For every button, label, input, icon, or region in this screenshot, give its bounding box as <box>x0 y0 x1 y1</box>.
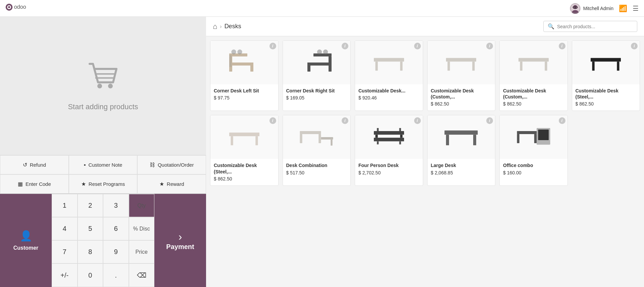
numpad-key-Qty[interactable]: Qty <box>129 194 155 217</box>
cart-icon <box>86 60 120 97</box>
product-details: Office combo$ 160.00 <box>500 159 567 179</box>
product-info-icon[interactable]: i <box>414 117 421 124</box>
product-info-icon[interactable]: i <box>559 117 565 124</box>
reward-button[interactable]: ★ Reward <box>137 174 206 194</box>
refund-button[interactable]: ↺ Refund <box>0 155 69 174</box>
numpad-key-Price[interactable]: Price <box>129 240 155 263</box>
product-name: Large Desk <box>431 162 492 168</box>
product-card[interactable]: iCustomizable Desk (Custom,...$ 862.50 <box>499 40 568 111</box>
product-name: Customizable Desk (Steel,... <box>214 162 275 174</box>
customer-note-button[interactable]: ▪ Customer Note <box>69 155 138 174</box>
svg-rect-24 <box>313 53 332 56</box>
numpad-key----[interactable]: +/- <box>52 263 78 287</box>
product-card[interactable]: iFour Person Desk$ 2,702.50 <box>355 115 423 186</box>
numpad-key-2[interactable]: 2 <box>78 194 103 217</box>
product-price: $ 2,702.50 <box>358 170 419 175</box>
product-card[interactable]: iCustomizable Desk (Steel,...$ 862.50 <box>572 40 640 111</box>
customer-note-icon: ▪ <box>84 162 86 168</box>
product-card[interactable]: iCorner Desk Left Sit$ 97.75 <box>210 40 279 111</box>
product-name: Corner Desk Right Sit <box>286 88 347 94</box>
product-info-icon[interactable]: i <box>342 43 348 49</box>
breadcrumb-current: Desks <box>225 23 241 30</box>
product-image-wrap: i <box>283 41 351 84</box>
product-card[interactable]: iCustomizable Desk (Steel,...$ 862.50 <box>210 115 279 186</box>
reset-programs-button[interactable]: ★ Reset Programs <box>69 174 138 194</box>
customer-note-label: Customer Note <box>88 162 122 168</box>
numpad-key--[interactable]: . <box>103 263 129 287</box>
numpad-key-5[interactable]: 5 <box>78 217 103 240</box>
product-card[interactable]: iCustomizable Desk (Custom,...$ 862.50 <box>427 40 496 111</box>
top-nav: odoo Mitchell Admin 📶 <box>0 0 644 17</box>
search-input[interactable] <box>557 24 633 29</box>
numpad-key---Disc[interactable]: % Disc <box>129 217 155 240</box>
product-price: $ 862.50 <box>503 101 564 107</box>
svg-rect-20 <box>250 63 253 72</box>
svg-rect-33 <box>446 58 476 62</box>
payment-label: Payment <box>166 243 194 251</box>
quotation-order-button[interactable]: ⛓ Quotation/Order <box>137 155 206 174</box>
products-grid: iCorner Desk Left Sit$ 97.75 iCorner Des… <box>206 36 644 287</box>
product-image-wrap: i <box>500 115 567 159</box>
numpad-key-8[interactable]: 8 <box>78 240 103 263</box>
numpad-key-7[interactable]: 7 <box>52 240 78 263</box>
product-info-icon[interactable]: i <box>486 43 493 49</box>
product-card[interactable]: iOffice combo$ 160.00 <box>499 115 568 186</box>
numpad-area: 👤 Customer 123Qty456% Disc789Price+/-0.⌫… <box>0 194 206 287</box>
product-card[interactable]: iLarge Desk$ 2,068.85 <box>427 115 496 186</box>
svg-point-21 <box>231 49 236 54</box>
numpad-key-6[interactable]: 6 <box>103 217 129 240</box>
product-card[interactable]: iCorner Desk Right Sit$ 169.05 <box>283 40 351 111</box>
svg-rect-45 <box>300 131 321 134</box>
reward-icon: ★ <box>159 181 164 187</box>
odoo-logo: odoo <box>5 4 36 13</box>
product-card[interactable]: iDesk Combination$ 517.50 <box>283 115 351 186</box>
svg-rect-63 <box>534 134 537 143</box>
svg-point-15 <box>97 84 102 88</box>
numpad-key-4[interactable]: 4 <box>52 217 78 240</box>
product-card[interactable]: iCustomizable Desk...$ 920.46 <box>355 40 423 111</box>
product-info-icon[interactable]: i <box>342 117 348 124</box>
product-name: Customizable Desk (Custom,... <box>503 88 564 100</box>
product-name: Desk Combination <box>286 162 347 168</box>
svg-rect-26 <box>307 63 332 66</box>
product-info-icon[interactable]: i <box>631 43 638 49</box>
svg-rect-57 <box>399 141 401 145</box>
reset-icon: ★ <box>81 181 86 187</box>
quotation-label: Quotation/Order <box>158 162 194 168</box>
payment-button[interactable]: › Payment <box>154 194 206 287</box>
search-box[interactable]: 🔍 <box>543 21 637 32</box>
product-name: Customizable Desk (Custom,... <box>431 88 492 100</box>
home-icon[interactable]: ⌂ <box>213 22 217 31</box>
product-name: Four Person Desk <box>358 162 419 168</box>
svg-rect-36 <box>518 58 549 62</box>
product-price: $ 2,068.85 <box>431 170 492 175</box>
reset-label: Reset Programs <box>89 181 125 187</box>
product-price: $ 862.50 <box>431 101 492 107</box>
quotation-icon: ⛓ <box>150 162 155 168</box>
search-icon: 🔍 <box>548 23 554 30</box>
svg-rect-37 <box>520 62 522 71</box>
product-info-icon[interactable]: i <box>269 43 276 49</box>
enter-code-button[interactable]: ▦ Enter Code <box>0 174 69 194</box>
svg-rect-34 <box>448 62 450 71</box>
product-details: Customizable Desk (Steel,...$ 862.50 <box>210 159 278 185</box>
svg-rect-43 <box>231 136 233 146</box>
customer-button[interactable]: 👤 Customer <box>0 194 52 287</box>
breadcrumb: ⌂ › Desks <box>213 22 241 31</box>
svg-rect-50 <box>374 131 404 135</box>
product-details: Large Desk$ 2,068.85 <box>428 159 495 179</box>
product-info-icon[interactable]: i <box>559 43 565 49</box>
product-image-wrap: i <box>283 115 351 159</box>
numpad-key--[interactable]: ⌫ <box>129 263 155 287</box>
product-details: Corner Desk Right Sit$ 169.05 <box>283 84 351 105</box>
product-name: Customizable Desk (Steel,... <box>576 88 637 100</box>
product-info-icon[interactable]: i <box>486 117 493 124</box>
numpad-key-9[interactable]: 9 <box>103 240 129 263</box>
numpad-key-3[interactable]: 3 <box>103 194 129 217</box>
numpad-key-1[interactable]: 1 <box>52 194 78 217</box>
product-info-icon[interactable]: i <box>414 43 421 49</box>
nav-right: Mitchell Admin 📶 ☰ <box>570 3 639 14</box>
product-info-icon[interactable]: i <box>269 117 276 124</box>
numpad-key-0[interactable]: 0 <box>78 263 103 287</box>
refund-icon: ↺ <box>23 162 27 168</box>
